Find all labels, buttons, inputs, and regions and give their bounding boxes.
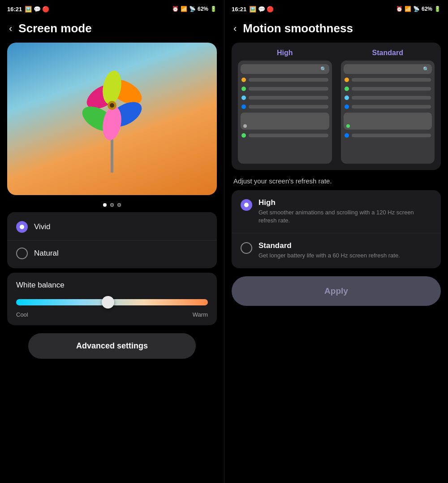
screen-mode-title: Screen mode <box>18 22 91 35</box>
back-button-left[interactable]: ‹ <box>9 24 12 34</box>
dot-green-std <box>345 87 349 91</box>
motion-smoothness-title: Motion smoothness <box>243 22 353 35</box>
dot-blue2-std <box>345 104 349 109</box>
signal-icon-right: 📡 <box>413 6 420 12</box>
option-high[interactable]: High Get smoother animations and scrolli… <box>232 190 441 233</box>
dot-blue1-std <box>345 96 349 100</box>
option-high-title: High <box>258 198 432 207</box>
dot-green2-high <box>241 133 246 138</box>
screen-mode-panel: 16:21 🖼️ 💬 🔴 ⏰ 📶 📡 62% 🔋 ‹ Screen mode <box>0 0 224 483</box>
radio-standard[interactable] <box>241 242 252 254</box>
radio-high[interactable] <box>241 199 252 211</box>
dot-orange-std <box>345 78 349 82</box>
wifi-icon-right: 📶 <box>405 6 411 12</box>
motion-smoothness-header: ‹ Motion smoothness <box>224 16 448 39</box>
cool-label: Cool <box>16 311 28 318</box>
screen-mode-header: ‹ Screen mode <box>0 16 224 39</box>
battery-icon-right: 🔋 <box>434 6 441 12</box>
dot-blue2-high <box>241 104 246 109</box>
search-icon-standard: 🔍 <box>423 66 429 72</box>
alarm-icon-right: ⏰ <box>396 6 403 12</box>
wb-title: White balance <box>16 281 208 290</box>
dot-blue3-std <box>345 133 349 138</box>
wifi-icon: 📶 <box>181 6 187 12</box>
back-button-right[interactable]: ‹ <box>233 24 237 34</box>
preview-search-high: 🔍 <box>241 64 329 74</box>
wb-slider-thumb[interactable] <box>102 296 114 309</box>
battery-right: 62% <box>422 6 432 12</box>
dot-blue1-high <box>241 96 246 100</box>
options-card: High Get smoother animations and scrolli… <box>232 190 441 268</box>
alarm-icon: ⏰ <box>172 6 179 12</box>
option-standard-title: Standard <box>258 241 432 250</box>
option-standard-desc: Get longer battery life with a 60 Hz scr… <box>258 252 432 260</box>
time-left: 16:21 <box>7 6 22 13</box>
wb-slider-track[interactable] <box>16 299 208 305</box>
mode-label-vivid: Vivid <box>34 222 51 231</box>
notif-icons-right: 🖼️ 💬 🔴 <box>249 6 274 13</box>
dot-1[interactable] <box>103 203 107 207</box>
preview-standard[interactable]: Standard 🔍 <box>341 49 435 164</box>
time-right: 16:21 <box>232 6 246 13</box>
battery-left: 62% <box>198 6 208 12</box>
battery-icon-left: 🔋 <box>210 6 217 12</box>
carousel-image <box>7 43 217 195</box>
advanced-settings-button[interactable]: Advanced settings <box>28 333 196 359</box>
pinwheel-image <box>7 43 217 195</box>
apply-button-container: Apply <box>232 276 441 306</box>
pinwheel-svg <box>67 61 157 177</box>
signal-icon: 📡 <box>189 6 196 12</box>
apply-button[interactable]: Apply <box>232 276 441 306</box>
svg-point-8 <box>110 103 114 108</box>
dot-3[interactable] <box>117 203 121 207</box>
preview-high[interactable]: High 🔍 <box>238 49 332 164</box>
preview-card: High 🔍 <box>232 43 441 170</box>
radio-natural[interactable] <box>16 248 28 259</box>
mode-label-natural: Natural <box>34 249 59 258</box>
preview-block-high <box>241 113 329 130</box>
dot-2[interactable] <box>110 203 114 207</box>
mode-item-natural[interactable]: Natural <box>7 240 217 266</box>
option-high-desc: Get smoother animations and scrolling wi… <box>258 209 432 225</box>
status-bar-right: 16:21 🖼️ 💬 🔴 ⏰ 📶 📡 62% 🔋 <box>224 0 448 16</box>
white-balance-card: White balance Cool Warm <box>7 273 217 325</box>
preview-high-screen: 🔍 <box>238 61 332 164</box>
option-standard[interactable]: Standard Get longer battery life with a … <box>232 233 441 268</box>
carousel-dots <box>0 203 224 207</box>
preview-search-standard: 🔍 <box>344 64 432 74</box>
refresh-rate-description: Adjust your screen's refresh rate. <box>224 174 448 190</box>
advanced-settings-container: Advanced settings <box>7 333 217 359</box>
notif-icons-left: 🖼️ 💬 🔴 <box>25 6 49 13</box>
status-bar-left: 16:21 🖼️ 💬 🔴 ⏰ 📶 📡 62% 🔋 <box>0 0 224 16</box>
dot-orange-high <box>241 78 246 82</box>
radio-vivid[interactable] <box>16 221 28 233</box>
preview-standard-label: Standard <box>372 49 403 57</box>
mode-selection-card: Vivid Natural <box>7 212 217 268</box>
wb-slider-container[interactable] <box>16 296 208 309</box>
preview-block-std <box>344 113 432 130</box>
warm-label: Warm <box>193 311 208 318</box>
dot-green-high <box>241 87 246 91</box>
search-icon-high: 🔍 <box>320 66 327 72</box>
preview-high-label: High <box>277 49 293 57</box>
motion-smoothness-panel: 16:21 🖼️ 💬 🔴 ⏰ 📶 📡 62% 🔋 ‹ Motion smooth… <box>224 0 448 483</box>
mode-item-vivid[interactable]: Vivid <box>7 214 217 240</box>
preview-standard-screen: 🔍 <box>341 61 435 164</box>
